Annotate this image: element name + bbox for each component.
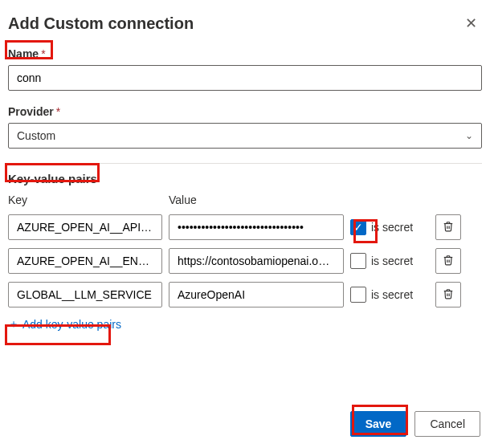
required-star-icon: * xyxy=(41,47,45,60)
name-label: Name xyxy=(8,47,39,60)
kv-value-header: Value xyxy=(169,193,344,206)
kv-secret-label: is secret xyxy=(371,255,413,267)
trash-icon xyxy=(443,221,454,234)
kv-header-row: Key Value xyxy=(8,193,482,206)
kv-section-title: Key-value pairs xyxy=(8,172,97,185)
provider-selected-value: Custom xyxy=(17,129,55,142)
kv-secret-checkbox[interactable] xyxy=(350,287,366,303)
required-star-icon: * xyxy=(56,105,60,118)
kv-secret-cell: ✓is secret xyxy=(350,219,429,235)
name-input[interactable] xyxy=(8,65,482,91)
dialog-header: Add Custom connection ✕ xyxy=(8,14,482,33)
name-field-section: Name* xyxy=(8,47,482,91)
provider-field-section: Provider* Custom ⌄ xyxy=(8,105,482,149)
kv-value-input[interactable] xyxy=(169,214,344,240)
kv-secret-cell: is secret xyxy=(350,253,429,269)
kv-secret-checkbox[interactable] xyxy=(350,253,366,269)
kv-secret-label: is secret xyxy=(371,221,413,234)
kv-key-input[interactable] xyxy=(8,214,162,240)
plus-icon: ＋ xyxy=(8,317,19,332)
kv-rows-container: ✓is secretis secretis secret xyxy=(8,214,482,307)
provider-select[interactable]: Custom ⌄ xyxy=(8,123,482,149)
trash-icon xyxy=(443,255,454,268)
kv-delete-button[interactable] xyxy=(435,282,461,307)
kv-secret-checkbox[interactable]: ✓ xyxy=(350,219,366,235)
divider xyxy=(8,163,482,164)
kv-secret-cell: is secret xyxy=(350,287,429,303)
kv-section: Key-value pairs Key Value ✓is secretis s… xyxy=(8,172,482,332)
chevron-down-icon: ⌄ xyxy=(465,130,473,141)
close-icon: ✕ xyxy=(465,15,477,31)
dialog-title: Add Custom connection xyxy=(8,14,194,33)
kv-delete-button[interactable] xyxy=(435,248,461,274)
kv-value-input[interactable] xyxy=(169,248,344,274)
kv-row: is secret xyxy=(8,248,482,274)
add-kv-button[interactable]: ＋ Add key-value pairs xyxy=(8,317,121,332)
save-button[interactable]: Save xyxy=(350,411,407,437)
kv-key-input[interactable] xyxy=(8,248,162,274)
kv-row: ✓is secret xyxy=(8,214,482,240)
dialog-footer: Save Cancel xyxy=(350,411,480,437)
check-icon: ✓ xyxy=(353,221,363,234)
kv-key-input[interactable] xyxy=(8,282,162,307)
kv-secret-label: is secret xyxy=(371,288,413,301)
close-button[interactable]: ✕ xyxy=(460,14,482,32)
kv-value-input[interactable] xyxy=(169,282,344,307)
add-kv-label: Add key-value pairs xyxy=(22,318,121,331)
provider-label: Provider xyxy=(8,105,54,118)
kv-delete-button[interactable] xyxy=(435,214,461,240)
cancel-button[interactable]: Cancel xyxy=(414,411,480,437)
trash-icon xyxy=(443,288,454,302)
kv-key-header: Key xyxy=(8,193,162,206)
kv-row: is secret xyxy=(8,282,482,307)
